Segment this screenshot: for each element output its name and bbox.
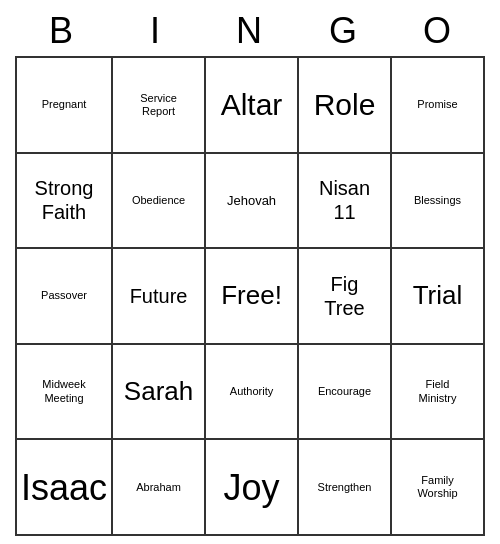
bingo-cell-0: Pregnant — [17, 58, 113, 154]
cell-text-15: MidweekMeeting — [42, 378, 85, 404]
cell-text-17: Authority — [230, 385, 273, 398]
cell-text-8: Nisan11 — [319, 176, 370, 224]
cell-text-22: Joy — [224, 466, 280, 509]
cell-text-19: FieldMinistry — [419, 378, 457, 404]
bingo-cell-14: Trial — [392, 249, 485, 345]
header-letter-B: B — [15, 8, 109, 54]
bingo-cell-18: Encourage — [299, 345, 392, 441]
cell-text-23: Strengthen — [318, 481, 372, 494]
cell-text-10: Passover — [41, 289, 87, 302]
bingo-cell-17: Authority — [206, 345, 299, 441]
bingo-cell-20: Isaac — [17, 440, 113, 536]
cell-text-7: Jehovah — [227, 193, 276, 209]
cell-text-0: Pregnant — [42, 98, 87, 111]
bingo-cell-4: Promise — [392, 58, 485, 154]
cell-text-12: Free! — [221, 280, 282, 311]
cell-text-2: Altar — [221, 87, 283, 123]
bingo-cell-22: Joy — [206, 440, 299, 536]
cell-text-5: StrongFaith — [35, 176, 94, 224]
bingo-cell-23: Strengthen — [299, 440, 392, 536]
bingo-cell-1: ServiceReport — [113, 58, 206, 154]
header-letter-N: N — [203, 8, 297, 54]
cell-text-6: Obedience — [132, 194, 185, 207]
bingo-cell-7: Jehovah — [206, 154, 299, 250]
cell-text-3: Role — [314, 87, 376, 123]
bingo-cell-16: Sarah — [113, 345, 206, 441]
bingo-cell-3: Role — [299, 58, 392, 154]
bingo-cell-6: Obedience — [113, 154, 206, 250]
cell-text-21: Abraham — [136, 481, 181, 494]
cell-text-14: Trial — [413, 280, 463, 311]
cell-text-20: Isaac — [21, 466, 107, 509]
bingo-cell-19: FieldMinistry — [392, 345, 485, 441]
cell-text-24: FamilyWorship — [417, 474, 457, 500]
bingo-cell-12: Free! — [206, 249, 299, 345]
bingo-grid: PregnantServiceReportAltarRolePromiseStr… — [15, 56, 485, 536]
bingo-cell-10: Passover — [17, 249, 113, 345]
bingo-cell-24: FamilyWorship — [392, 440, 485, 536]
cell-text-11: Future — [130, 284, 188, 308]
bingo-cell-8: Nisan11 — [299, 154, 392, 250]
cell-text-9: Blessings — [414, 194, 461, 207]
cell-text-13: FigTree — [324, 272, 364, 320]
header-letter-I: I — [109, 8, 203, 54]
bingo-cell-13: FigTree — [299, 249, 392, 345]
bingo-cell-9: Blessings — [392, 154, 485, 250]
cell-text-16: Sarah — [124, 376, 193, 407]
header-letter-O: O — [391, 8, 485, 54]
cell-text-4: Promise — [417, 98, 457, 111]
bingo-cell-15: MidweekMeeting — [17, 345, 113, 441]
bingo-header: BINGO — [15, 8, 485, 54]
cell-text-1: ServiceReport — [140, 92, 177, 118]
header-letter-G: G — [297, 8, 391, 54]
cell-text-18: Encourage — [318, 385, 371, 398]
bingo-cell-21: Abraham — [113, 440, 206, 536]
bingo-cell-5: StrongFaith — [17, 154, 113, 250]
bingo-cell-2: Altar — [206, 58, 299, 154]
bingo-cell-11: Future — [113, 249, 206, 345]
